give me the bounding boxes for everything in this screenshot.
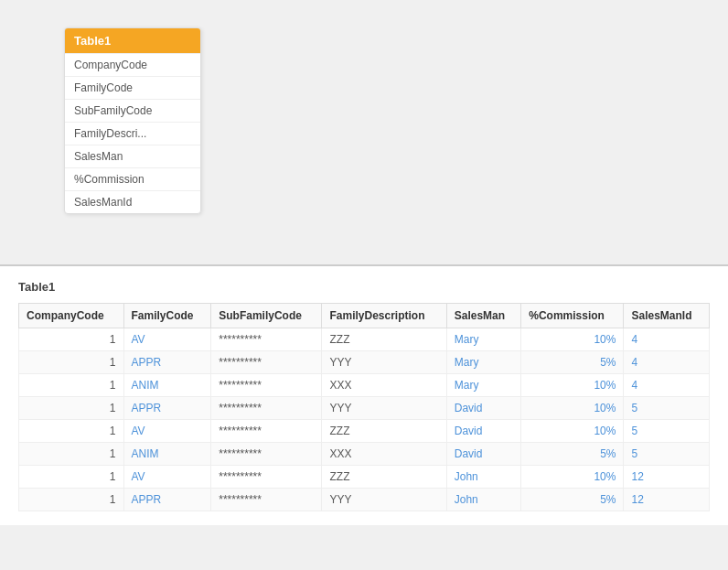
schema-area: Table1 CompanyCodeFamilyCodeSubFamilyCod… — [0, 0, 728, 265]
cell-family-description: XXX — [322, 374, 446, 397]
table-row: 1APPR**********YYYDavid10%5 — [19, 397, 710, 420]
data-area-title: Table1 — [18, 280, 710, 294]
cell-salesman-id[interactable]: 4 — [624, 328, 710, 351]
cell-commission: 10% — [521, 374, 624, 397]
cell-salesman-id[interactable]: 12 — [624, 466, 710, 489]
cell-salesman[interactable]: Mary — [446, 328, 520, 351]
cell-salesman[interactable]: Mary — [446, 374, 520, 397]
schema-field[interactable]: CompanyCode — [65, 53, 200, 76]
cell-company-code: 1 — [19, 489, 124, 511]
table-row: 1ANIM**********XXXMary10%4 — [19, 374, 710, 397]
cell-salesman-id[interactable]: 5 — [624, 420, 710, 443]
cell-commission: 10% — [521, 328, 624, 351]
cell-salesman[interactable]: John — [446, 489, 520, 511]
cell-salesman[interactable]: John — [446, 466, 520, 489]
data-table: CompanyCodeFamilyCodeSubFamilyCodeFamily… — [18, 303, 710, 511]
cell-family-code[interactable]: ANIM — [123, 374, 211, 397]
cell-salesman-id[interactable]: 5 — [624, 397, 710, 420]
cell-salesman[interactable]: Mary — [446, 351, 520, 374]
schema-field[interactable]: FamilyDescri... — [65, 122, 200, 145]
cell-company-code: 1 — [19, 351, 124, 374]
cell-commission: 10% — [521, 466, 624, 489]
column-header: FamilyDescription — [322, 304, 446, 328]
cell-family-description: ZZZ — [322, 466, 446, 489]
table-row: 1APPR**********YYYJohn5%12 — [19, 489, 710, 511]
column-header: FamilyCode — [123, 304, 211, 328]
cell-salesman-id[interactable]: 5 — [624, 443, 710, 466]
table-row: 1AV**********ZZZDavid10%5 — [19, 420, 710, 443]
table-card-header: Table1 — [65, 28, 200, 53]
cell-company-code: 1 — [19, 374, 124, 397]
schema-field[interactable]: SubFamilyCode — [65, 99, 200, 122]
cell-salesman[interactable]: David — [446, 397, 520, 420]
cell-sub-family-code: ********** — [211, 489, 322, 511]
cell-company-code: 1 — [19, 328, 124, 351]
cell-sub-family-code: ********** — [211, 443, 322, 466]
column-header: SalesMan — [446, 304, 520, 328]
table-row: 1AV**********ZZZMary10%4 — [19, 328, 710, 351]
column-header: CompanyCode — [19, 304, 124, 328]
cell-company-code: 1 — [19, 397, 124, 420]
cell-family-code[interactable]: ANIM — [123, 443, 211, 466]
table-row: 1ANIM**********XXXDavid5%5 — [19, 443, 710, 466]
cell-family-code[interactable]: AV — [123, 328, 211, 351]
cell-sub-family-code: ********** — [211, 420, 322, 443]
cell-commission: 10% — [521, 397, 624, 420]
cell-sub-family-code: ********** — [211, 328, 322, 351]
cell-company-code: 1 — [19, 466, 124, 489]
schema-field[interactable]: SalesManId — [65, 190, 200, 213]
cell-family-code[interactable]: APPR — [123, 351, 211, 374]
table-card: Table1 CompanyCodeFamilyCodeSubFamilyCod… — [64, 27, 201, 214]
cell-company-code: 1 — [19, 443, 124, 466]
cell-family-code[interactable]: AV — [123, 420, 211, 443]
table-row: 1AV**********ZZZJohn10%12 — [19, 466, 710, 489]
cell-family-description: YYY — [322, 351, 446, 374]
cell-sub-family-code: ********** — [211, 374, 322, 397]
cell-family-code[interactable]: APPR — [123, 397, 211, 420]
cell-salesman[interactable]: David — [446, 420, 520, 443]
cell-family-description: XXX — [322, 443, 446, 466]
cell-family-description: YYY — [322, 397, 446, 420]
cell-salesman-id[interactable]: 4 — [624, 351, 710, 374]
cell-salesman[interactable]: David — [446, 443, 520, 466]
cell-commission: 5% — [521, 443, 624, 466]
table-row: 1APPR**********YYYMary5%4 — [19, 351, 710, 374]
cell-sub-family-code: ********** — [211, 397, 322, 420]
column-header: SubFamilyCode — [211, 304, 322, 328]
column-header: SalesManId — [624, 304, 710, 328]
schema-field[interactable]: %Commission — [65, 167, 200, 190]
cell-commission: 5% — [521, 351, 624, 374]
cell-family-code[interactable]: AV — [123, 466, 211, 489]
cell-family-code[interactable]: APPR — [123, 489, 211, 511]
data-area: Table1 CompanyCodeFamilyCodeSubFamilyCod… — [0, 266, 728, 525]
cell-family-description: ZZZ — [322, 328, 446, 351]
schema-field[interactable]: FamilyCode — [65, 76, 200, 99]
cell-commission: 10% — [521, 420, 624, 443]
cell-sub-family-code: ********** — [211, 351, 322, 374]
cell-sub-family-code: ********** — [211, 466, 322, 489]
cell-salesman-id[interactable]: 4 — [624, 374, 710, 397]
cell-company-code: 1 — [19, 420, 124, 443]
column-header: %Commission — [521, 304, 624, 328]
cell-family-description: YYY — [322, 489, 446, 511]
cell-family-description: ZZZ — [322, 420, 446, 443]
cell-commission: 5% — [521, 489, 624, 511]
schema-field[interactable]: SalesMan — [65, 145, 200, 167]
cell-salesman-id[interactable]: 12 — [624, 489, 710, 511]
